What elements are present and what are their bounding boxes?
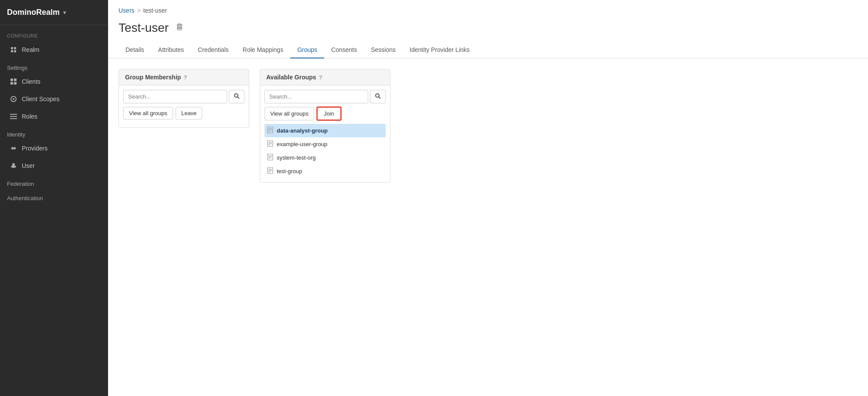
brand-name: DominoRealm [7, 8, 60, 17]
tabs-bar: Details Attributes Credentials Role Mapp… [108, 42, 868, 58]
main-content: Users > test-user Test-user Details Attr… [108, 0, 868, 396]
svg-rect-16 [179, 26, 180, 29]
settings-label: Settings [0, 58, 108, 73]
federation-label: Federation [0, 174, 108, 189]
sidebar-item-realm[interactable]: Realm [3, 41, 105, 58]
breadcrumb-current: test-user [143, 7, 167, 14]
svg-rect-0 [11, 47, 13, 49]
sidebar: DominoRealm ▾ Configure Realm Settings C… [0, 0, 108, 396]
sidebar-item-client-scopes-label: Client Scopes [22, 96, 59, 102]
file-icon [267, 126, 273, 133]
groups-content: Group Membership ? View [108, 58, 868, 193]
group-item-icon [267, 126, 273, 135]
group-item-name: system-test-org [277, 154, 316, 161]
leave-button[interactable]: Leave [176, 107, 202, 119]
svg-rect-15 [178, 26, 179, 29]
sidebar-item-clients-label: Clients [22, 78, 41, 85]
svg-rect-1 [14, 47, 16, 49]
join-button[interactable]: Join [317, 107, 341, 120]
svg-rect-17 [180, 26, 181, 29]
group-membership-title: Group Membership [125, 74, 181, 81]
file-icon [267, 154, 273, 160]
svg-point-14 [12, 163, 15, 166]
tab-attributes[interactable]: Attributes [151, 42, 191, 58]
list-item[interactable]: system-test-org [264, 151, 386, 164]
available-groups-search-button[interactable] [370, 90, 386, 103]
sidebar-item-user[interactable]: User [3, 157, 105, 174]
available-groups-view-all-button[interactable]: View all groups [264, 107, 314, 120]
brand-chevron: ▾ [63, 10, 66, 16]
configure-label: Configure [0, 25, 108, 41]
sidebar-item-client-scopes[interactable]: Client Scopes [3, 91, 105, 107]
group-item-name: test-group [277, 168, 302, 174]
svg-rect-2 [11, 50, 13, 52]
available-groups-search-input[interactable] [264, 90, 368, 103]
group-membership-header: Group Membership ? [119, 69, 249, 85]
breadcrumb-parent-link[interactable]: Users [119, 7, 135, 14]
sidebar-item-roles[interactable]: Roles [3, 108, 105, 125]
sidebar-item-realm-label: Realm [22, 46, 39, 53]
search-icon [234, 93, 240, 99]
group-item-icon [267, 167, 273, 175]
svg-rect-10 [10, 114, 17, 115]
group-membership-btn-row: View all groups Leave [123, 107, 244, 119]
sidebar-brand[interactable]: DominoRealm ▾ [0, 0, 108, 25]
file-icon [267, 140, 273, 147]
breadcrumb: Users > test-user [108, 0, 868, 17]
sidebar-item-user-label: User [22, 162, 35, 169]
available-groups-list: data-analyst-group e [264, 124, 386, 178]
user-icon [10, 162, 17, 170]
list-item[interactable]: example-user-group [264, 137, 386, 151]
sidebar-item-clients[interactable]: Clients [3, 73, 105, 90]
group-membership-search-input[interactable] [123, 90, 227, 103]
tab-identity-provider-links[interactable]: Identity Provider Links [403, 42, 477, 58]
group-membership-body: View all groups Leave [119, 85, 249, 127]
providers-icon [10, 144, 17, 152]
svg-rect-3 [14, 50, 16, 52]
page-title: Test-user [119, 21, 169, 35]
svg-point-9 [13, 98, 14, 100]
available-groups-search-row [264, 90, 386, 103]
available-groups-help-icon: ? [319, 74, 322, 81]
tab-details[interactable]: Details [119, 42, 151, 58]
identity-label: Identity [0, 125, 108, 140]
group-item-icon [267, 140, 273, 148]
clients-icon [10, 78, 17, 85]
group-membership-search-row [123, 90, 244, 103]
available-groups-body: View all groups Join [260, 85, 390, 182]
tab-credentials[interactable]: Credentials [191, 42, 236, 58]
tab-groups[interactable]: Groups [290, 42, 324, 58]
list-item[interactable]: test-group [264, 164, 386, 178]
available-groups-title: Available Groups [266, 74, 316, 81]
sidebar-item-providers[interactable]: Providers [3, 140, 105, 157]
available-groups-header: Available Groups ? [260, 69, 390, 85]
search-icon [375, 93, 381, 99]
list-item[interactable]: data-analyst-group [264, 124, 386, 137]
tab-sessions[interactable]: Sessions [364, 42, 403, 58]
available-groups-btn-row: View all groups Join [264, 107, 386, 120]
group-membership-help-icon: ? [183, 74, 187, 81]
group-membership-search-button[interactable] [229, 90, 244, 103]
realm-icon [10, 46, 17, 54]
sidebar-item-roles-label: Roles [22, 113, 37, 120]
svg-rect-11 [10, 116, 17, 117]
group-membership-panel: Group Membership ? View [119, 69, 249, 128]
svg-rect-4 [10, 79, 13, 81]
svg-rect-7 [14, 82, 17, 85]
group-item-icon [267, 154, 273, 162]
group-item-name: data-analyst-group [277, 127, 328, 134]
client-scopes-icon [10, 95, 17, 103]
group-item-name: example-user-group [277, 141, 327, 147]
available-groups-panel: Available Groups ? View [260, 69, 390, 183]
groups-row: Group Membership ? View [119, 69, 858, 183]
tab-role-mappings[interactable]: Role Mappings [236, 42, 290, 58]
delete-user-button[interactable] [174, 21, 185, 35]
svg-line-23 [379, 97, 380, 99]
trash-icon [176, 23, 183, 31]
authentication-label: Authentication [0, 189, 108, 203]
svg-line-21 [237, 97, 239, 99]
group-membership-view-all-button[interactable]: View all groups [123, 107, 173, 119]
svg-rect-6 [10, 82, 13, 85]
tab-consents[interactable]: Consents [324, 42, 364, 58]
sidebar-item-providers-label: Providers [22, 145, 47, 152]
